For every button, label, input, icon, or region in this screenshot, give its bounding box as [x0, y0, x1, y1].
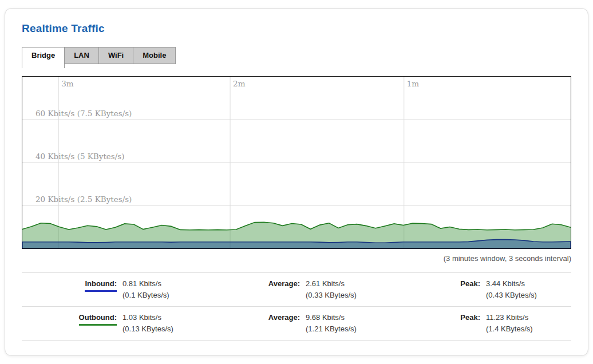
traffic-stats-table: Inbound: 0.81 Kbits/s (0.1 KBytes/s) Ave…	[22, 272, 571, 341]
svg-text:3m: 3m	[61, 79, 74, 88]
outbound-peak-label: Peak:	[403, 307, 483, 341]
tab-bridge[interactable]: Bridge	[22, 47, 65, 68]
chart-caption: (3 minutes window, 3 seconds interval)	[22, 254, 571, 263]
page-title: Realtime Traffic	[22, 22, 571, 35]
inbound-average: 2.61 Kbits/s (0.33 KBytes/s)	[303, 273, 403, 307]
outbound-current: 1.03 Kbits/s (0.13 KBytes/s)	[120, 307, 219, 341]
inbound-peak: 3.44 Kbits/s (0.43 KBytes/s)	[483, 273, 571, 307]
svg-text:1m: 1m	[407, 79, 420, 88]
tab-lan[interactable]: LAN	[64, 47, 99, 64]
traffic-graph-frame: 60 Kbits/s (7.5 KBytes/s)40 Kbits/s (5 K…	[22, 76, 571, 249]
svg-text:60 Kbits/s (7.5 KBytes/s): 60 Kbits/s (7.5 KBytes/s)	[35, 109, 132, 118]
outbound-peak: 11.23 Kbits/s (1.4 KBytes/s)	[483, 307, 571, 341]
outbound-average-label: Average:	[219, 307, 303, 341]
svg-text:20 Kbits/s (2.5 KBytes/s): 20 Kbits/s (2.5 KBytes/s)	[35, 195, 132, 204]
table-row-outbound: Outbound: 1.03 Kbits/s (0.13 KBytes/s) A…	[22, 307, 571, 341]
traffic-tabs: Bridge LAN WiFi Mobile	[22, 47, 571, 68]
inbound-average-label: Average:	[219, 273, 303, 307]
traffic-chart: 60 Kbits/s (7.5 KBytes/s)40 Kbits/s (5 K…	[22, 77, 571, 248]
inbound-current: 0.81 Kbits/s (0.1 KBytes/s)	[120, 273, 219, 307]
svg-text:40 Kbits/s (5 KBytes/s): 40 Kbits/s (5 KBytes/s)	[35, 152, 125, 161]
inbound-peak-label: Peak:	[403, 273, 483, 307]
svg-text:2m: 2m	[233, 79, 246, 88]
table-row-inbound: Inbound: 0.81 Kbits/s (0.1 KBytes/s) Ave…	[22, 273, 571, 307]
tab-wifi[interactable]: WiFi	[98, 47, 133, 64]
tab-mobile[interactable]: Mobile	[133, 47, 176, 64]
outbound-label: Outbound:	[79, 312, 117, 326]
inbound-label: Inbound:	[85, 278, 117, 292]
outbound-average: 9.68 Kbits/s (1.21 KBytes/s)	[303, 307, 403, 341]
realtime-traffic-panel: Realtime Traffic Bridge LAN WiFi Mobile …	[5, 8, 588, 356]
